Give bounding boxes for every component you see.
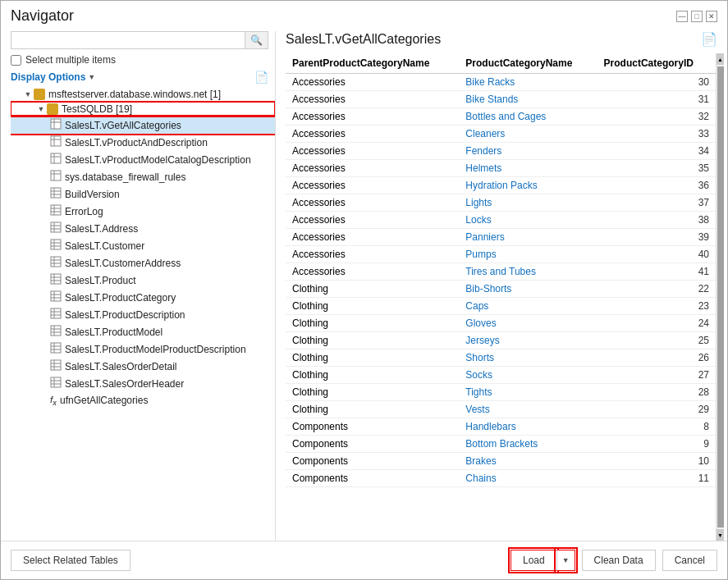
tree-item-vProductModelCatalogDescription[interactable]: SalesLT.vProductModelCatalogDescription [11, 151, 275, 168]
cell-parent: Accessories [286, 126, 459, 143]
table-row: AccessoriesHelmets35 [286, 160, 716, 177]
display-options-button[interactable]: Display Options ▼ [11, 71, 95, 83]
search-input[interactable] [11, 32, 245, 48]
server-label: msftestserver.database.windows.net [1] [48, 89, 221, 100]
tree-item-SalesOrderDetail[interactable]: SalesLT.SalesOrderDetail [11, 358, 275, 375]
tree-item-CustomerAddress[interactable]: SalesLT.CustomerAddress [11, 254, 275, 272]
cell-id: 41 [598, 263, 716, 281]
load-dropdown-arrow-button[interactable]: ▼ [556, 550, 575, 571]
table-scroll-area[interactable]: ParentProductCategoryName ProductCategor… [286, 53, 716, 541]
function-icon: fx [50, 394, 57, 407]
maximize-button[interactable]: □ [691, 11, 703, 22]
cell-parent: Clothing [286, 298, 459, 315]
bottom-right: Load ▼ Clean Data Cancel [511, 550, 717, 571]
search-icon[interactable]: 🔍 [245, 32, 268, 48]
tree-item-ProductModelProductDescription[interactable]: SalesLT.ProductModelProductDescription [11, 340, 275, 358]
navigator-window: Navigator — □ ✕ 🔍 Select multiple items [0, 0, 728, 580]
tree-server-node[interactable]: ▼ msftestserver.database.windows.net [1] [11, 87, 275, 102]
cell-parent: Accessories [286, 160, 459, 177]
table-row: AccessoriesLights37 [286, 194, 716, 212]
table-row: ComponentsBrakes10 [286, 453, 716, 470]
cell-parent: Clothing [286, 349, 459, 367]
cell-id: 28 [598, 384, 716, 401]
tree-item-label: SalesLT.ProductModelProductDescription [65, 344, 246, 355]
tree-item-label: SalesLT.SalesOrderHeader [65, 378, 184, 390]
tree-item-label: SalesLT.vProductAndDescription [65, 137, 208, 148]
tree-item-label: SalesLT.ProductDescription [65, 309, 185, 321]
scroll-down-button[interactable]: ▼ [717, 529, 725, 541]
cell-product: Socks [459, 367, 597, 384]
cell-parent: Components [286, 418, 459, 436]
tree-item-label: SalesLT.ProductCategory [65, 292, 176, 304]
tree-item-vProductAndDescription[interactable]: SalesLT.vProductAndDescription [11, 134, 275, 151]
tree-item-ProductModel[interactable]: SalesLT.ProductModel [11, 323, 275, 340]
cell-product: Chains [459, 470, 597, 487]
tree-item-ProductCategory[interactable]: SalesLT.ProductCategory [11, 289, 275, 306]
tree-item-ProductDescription[interactable]: SalesLT.ProductDescription [11, 306, 275, 323]
cancel-button[interactable]: Cancel [662, 550, 717, 571]
right-panel: SalesLT.vGetAllCategories 📄 ParentProduc… [276, 31, 727, 541]
tree-database-node[interactable]: ▼ TestSQLDB [19] [11, 102, 275, 116]
export-icon[interactable]: 📄 [254, 71, 268, 84]
table-icon [50, 221, 62, 235]
svg-rect-44 [51, 326, 61, 336]
table-row: AccessoriesHydration Packs36 [286, 177, 716, 194]
title-bar: Navigator — □ ✕ [1, 1, 727, 25]
minimize-button[interactable]: — [676, 11, 688, 22]
tree-item-Customer[interactable]: SalesLT.Customer [11, 237, 275, 254]
svg-rect-40 [51, 308, 61, 318]
cell-parent: Accessories [286, 194, 459, 212]
tree-item-label: SalesLT.Product [65, 275, 136, 286]
tree-item-BuildVersion[interactable]: BuildVersion [11, 185, 275, 203]
load-button[interactable]: Load [511, 550, 556, 571]
svg-rect-52 [51, 360, 61, 370]
svg-rect-0 [51, 119, 61, 129]
table-row: AccessoriesPanniers39 [286, 229, 716, 246]
cell-product: Shorts [459, 349, 597, 367]
tree-item-vGetAllCategories[interactable]: SalesLT.vGetAllCategories [11, 116, 275, 134]
tree-container[interactable]: ▼ msftestserver.database.windows.net [1]… [11, 87, 275, 541]
table-row: AccessoriesTires and Tubes41 [286, 263, 716, 281]
data-table: ParentProductCategoryName ProductCategor… [286, 53, 716, 487]
scroll-thumb[interactable] [717, 66, 724, 527]
table-row: AccessoriesBike Stands31 [286, 91, 716, 108]
select-multiple-row: Select multiple items [11, 54, 275, 66]
tree-item-database-firewall[interactable]: sys.database_firewall_rules [11, 168, 275, 185]
right-panel-scroll: ParentProductCategoryName ProductCategor… [286, 53, 724, 541]
cell-id: 36 [598, 177, 716, 194]
bottom-left: Select Related Tables [11, 550, 130, 571]
cell-parent: Accessories [286, 74, 459, 91]
cell-id: 29 [598, 401, 716, 418]
tree-item-ufnGetAllCategories[interactable]: fx ufnGetAllCategories [11, 392, 275, 409]
select-related-tables-button[interactable]: Select Related Tables [11, 550, 130, 571]
cell-id: 24 [598, 315, 716, 332]
table-row: AccessoriesPumps40 [286, 246, 716, 263]
vertical-scrollbar[interactable]: ▲ ▼ [716, 53, 724, 541]
expand-arrow-icon: ▼ [37, 105, 45, 113]
cell-parent: Clothing [286, 332, 459, 349]
database-label: TestSQLDB [19] [62, 103, 132, 115]
tree-item-ErrorLog[interactable]: ErrorLog [11, 203, 275, 220]
tree-item-SalesOrderHeader[interactable]: SalesLT.SalesOrderHeader [11, 375, 275, 392]
table-icon [50, 290, 62, 304]
cell-product: Locks [459, 212, 597, 229]
select-multiple-checkbox[interactable] [11, 55, 21, 66]
view-icon [50, 118, 62, 132]
export-icon[interactable]: 📄 [701, 31, 717, 47]
table-icon [50, 308, 62, 322]
load-button-group: Load ▼ [511, 550, 575, 571]
tree-item-label: sys.database_firewall_rules [65, 171, 185, 183]
svg-rect-36 [51, 291, 61, 301]
cell-product: Tires and Tubes [459, 263, 597, 281]
svg-rect-48 [51, 343, 61, 353]
cell-product: Panniers [459, 229, 597, 246]
clean-data-button[interactable]: Clean Data [582, 550, 656, 571]
tree-item-Address[interactable]: SalesLT.Address [11, 220, 275, 237]
content-area: 🔍 Select multiple items Display Options … [1, 25, 727, 541]
table-row: ComponentsBottom Brackets9 [286, 436, 716, 453]
close-button[interactable]: ✕ [706, 11, 717, 22]
tree-item-Product[interactable]: SalesLT.Product [11, 272, 275, 289]
cell-parent: Accessories [286, 263, 459, 281]
scroll-up-button[interactable]: ▲ [717, 53, 725, 65]
cell-product: Bib-Shorts [459, 281, 597, 298]
